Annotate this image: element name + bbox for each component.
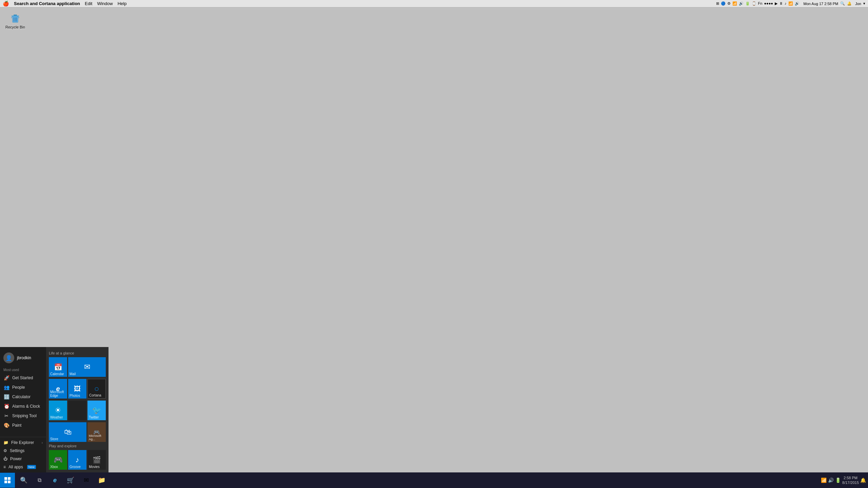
tile-calendar[interactable]: 📅 Calendar [49, 357, 67, 377]
notification-icon[interactable]: 🔔 [847, 1, 852, 6]
tile-store[interactable]: 🛍 Store [49, 422, 86, 442]
taskbar-edge[interactable]: e [47, 473, 62, 488]
start-menu: 👤 jbrodkin Most used 🚀 Get Started 👥 Peo… [0, 347, 108, 472]
tile-edge[interactable]: e Microsoft Edge [49, 379, 67, 399]
taskbar-store[interactable]: 🛒 [63, 473, 78, 488]
tile-dark[interactable] [68, 401, 86, 420]
svg-rect-9 [8, 481, 11, 483]
svg-rect-8 [4, 481, 7, 483]
start-item-snipping-tool[interactable]: ✂ Snipping Tool [0, 411, 46, 421]
file-explorer-icon: 📁 [3, 440, 8, 445]
calculator-icon: 🔢 [3, 394, 9, 400]
tray-battery-icon[interactable]: 🔋 [835, 477, 841, 483]
tile-minecraft[interactable]: 🎮 Microsoft Ag... [87, 422, 106, 442]
taskbar: 🔍 ⧉ e 🛒 ✉ 📁 📶 🔊 🔋 2:58 PM 8/17/2015 🔔 [0, 472, 868, 488]
new-badge: New [27, 465, 36, 469]
paint-icon: 🎨 [3, 422, 9, 428]
taskbar-task-view[interactable]: ⧉ [32, 473, 47, 488]
apple-menu[interactable]: 🍎 [3, 1, 9, 7]
user-display-name: jbrodkin [17, 355, 31, 360]
tiles-row3: ☀ Weather 🐦 Twitter [49, 401, 106, 420]
menu-help[interactable]: Help [118, 1, 127, 6]
all-apps-item[interactable]: ≡ All apps New [0, 463, 46, 471]
user-name[interactable]: Jon [855, 2, 861, 6]
get-started-icon: 🚀 [3, 375, 9, 381]
start-menu-left: 👤 jbrodkin Most used 🚀 Get Started 👥 Peo… [0, 347, 46, 472]
start-menu-tiles: Life at a glance 📅 Calendar ✉ Mail e Mic… [46, 347, 108, 472]
tiles-section1-label: Life at a glance [49, 351, 106, 355]
recycle-bin-icon[interactable]: Recycle Bin [3, 11, 27, 29]
tiles-row4: 🛍 Store 🎮 Microsoft Ag... [49, 422, 106, 442]
tiles-row5: 🎮 Xbox ♪ Groove 🎬 Movies [49, 450, 106, 470]
settings-icon: ⚙ [3, 448, 7, 453]
taskbar-items: 🔍 ⧉ e 🛒 ✉ 📁 [15, 472, 111, 488]
tiles-row1: 📅 Calendar ✉ Mail [49, 357, 106, 377]
start-item-alarms-clock[interactable]: ⏰ Alarms & Clock [0, 402, 46, 411]
magnifier-icon[interactable]: 🔍 [840, 1, 845, 6]
tile-movies[interactable]: 🎬 Movies [87, 450, 106, 470]
recycle-bin-label: Recycle Bin [5, 25, 25, 29]
taskbar-explorer[interactable]: 📁 [94, 473, 109, 488]
tile-mail[interactable]: ✉ Mail [68, 357, 106, 377]
tile-groove[interactable]: ♪ Groove [68, 450, 86, 470]
svg-rect-6 [4, 477, 7, 480]
start-item-get-started[interactable]: 🚀 Get Started [0, 373, 46, 383]
taskbar-mail[interactable]: ✉ [79, 473, 94, 488]
people-icon: 👥 [3, 384, 9, 390]
taskbar-search[interactable]: 🔍 [16, 473, 31, 488]
tiles-section2-label: Play and explore [49, 444, 106, 448]
tile-xbox[interactable]: 🎮 Xbox [49, 450, 67, 470]
mac-menubar: 🍎 Search and Cortana application Edit Wi… [0, 0, 868, 7]
tray-notification-icon[interactable]: 🔔 [860, 477, 866, 483]
start-item-people[interactable]: 👥 People [0, 383, 46, 392]
mac-menubar-right: ⊞ 🔵 ⚙ 📶 🔊 🔋 ⌚ Fn ●●●● ▶ ⏸ ♪ 📶 🔊 Mon Aug … [716, 1, 865, 6]
file-explorer-item[interactable]: 📁 File Explorer › [0, 439, 46, 447]
svg-rect-7 [8, 477, 11, 480]
app-name: Search and Cortana application [14, 1, 80, 6]
start-item-calculator[interactable]: 🔢 Calculator [0, 392, 46, 402]
svg-rect-2 [14, 15, 17, 16]
datetime: Mon Aug 17 2:58 PM [804, 2, 839, 6]
snipping-tool-icon: ✂ [3, 413, 9, 419]
tile-cortana[interactable]: ○ Cortana [87, 379, 106, 399]
tile-twitter[interactable]: 🐦 Twitter [87, 401, 106, 420]
tile-weather[interactable]: ☀ Weather [49, 401, 67, 420]
tiles-row2: e Microsoft Edge 🖼 Photos ○ Cortana [49, 379, 106, 399]
alarms-clock-icon: ⏰ [3, 403, 9, 409]
start-button[interactable] [0, 473, 15, 488]
all-apps-icon: ≡ [3, 465, 6, 469]
mac-menubar-left: 🍎 Search and Cortana application Edit Wi… [3, 1, 126, 7]
sys-icons: ⊞ 🔵 ⚙ 📶 🔊 🔋 ⌚ Fn ●●●● ▶ ⏸ ♪ 📶 🔊 [716, 1, 800, 6]
power-icon: ⏻ [3, 456, 7, 461]
tile-photos[interactable]: 🖼 Photos [68, 379, 86, 399]
start-item-paint[interactable]: 🎨 Paint [0, 421, 46, 430]
menu-window[interactable]: Window [97, 1, 113, 6]
user-menu-arrow[interactable]: ▾ [863, 1, 865, 6]
desktop: Recycle Bin [0, 7, 868, 472]
svg-rect-1 [12, 16, 19, 17]
user-avatar: 👤 [3, 352, 14, 363]
tray-network-icon[interactable]: 📶 [821, 477, 827, 483]
settings-item[interactable]: ⚙ Settings [0, 447, 46, 455]
start-menu-bottom: 📁 File Explorer › ⚙ Settings ⏻ Power ≡ A… [0, 437, 46, 472]
power-item[interactable]: ⏻ Power [0, 455, 46, 463]
user-section[interactable]: 👤 jbrodkin [0, 350, 46, 366]
system-tray: 📶 🔊 🔋 2:58 PM 8/17/2015 🔔 [821, 475, 868, 485]
menu-edit[interactable]: Edit [85, 1, 92, 6]
tray-sound-icon[interactable]: 🔊 [828, 477, 834, 483]
tray-clock[interactable]: 2:58 PM 8/17/2015 [842, 475, 859, 485]
most-used-label: Most used [0, 366, 46, 373]
